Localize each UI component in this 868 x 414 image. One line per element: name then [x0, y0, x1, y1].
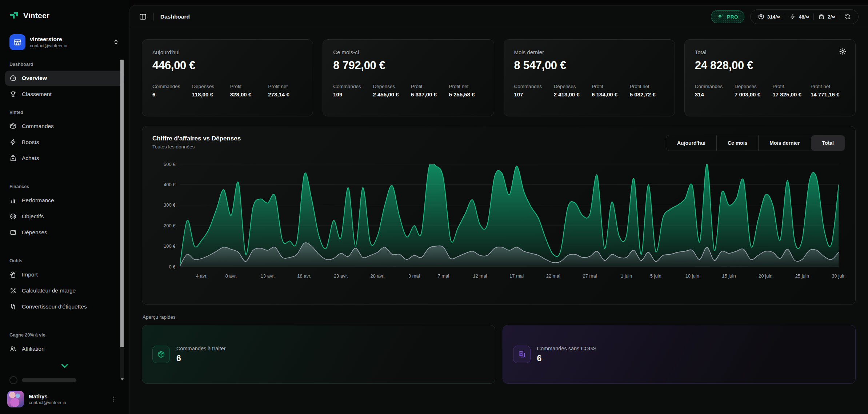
svg-text:12 mai: 12 mai	[473, 273, 487, 279]
sidebar: Vinteer vinteerstore contact@vinteer.io …	[0, 0, 129, 414]
sidebar-item-depenses[interactable]: Dépenses	[5, 225, 124, 240]
bar-chart-icon	[9, 197, 17, 204]
nav-section-outils: Outils	[9, 258, 120, 263]
sidebar-item-calculateur-de-marge[interactable]: Calculateur de marge	[5, 283, 124, 298]
tab-aujourdhui[interactable]: Aujourd'hui	[666, 135, 716, 151]
box-icon	[758, 13, 764, 20]
chart-range-tabs: Aujourd'hui Ce mois Mois dernier Total	[666, 135, 845, 151]
stat-col: Dépenses2 455,00 €	[373, 84, 411, 97]
target-icon	[9, 213, 17, 220]
sidebar-item-performance[interactable]: Performance	[5, 193, 124, 208]
sidebar-item-overview[interactable]: Overview	[5, 71, 124, 86]
svg-text:8 avr.: 8 avr.	[225, 273, 237, 279]
svg-text:30 juin: 30 juin	[832, 273, 845, 279]
stat-col: Dépenses7 003,00 €	[735, 84, 773, 97]
svg-text:23 avr.: 23 avr.	[334, 273, 348, 279]
users-icon	[9, 345, 17, 353]
usage-counters: 314/∞ 48/∞ 2/∞	[750, 9, 859, 24]
nav-section-dashboard: Dashboard	[9, 62, 120, 67]
stat-col: Profit6 337,00 €	[411, 84, 449, 97]
refresh-button[interactable]	[840, 13, 855, 20]
stat-col: Commandes314	[695, 84, 735, 97]
tab-total[interactable]: Total	[811, 135, 845, 151]
quick-card-label: Commandes sans COGS	[537, 346, 597, 351]
sidebar-item-label: Commandes	[22, 123, 54, 130]
stat-col: Commandes109	[333, 84, 373, 97]
stat-card-this-month: Ce mois-ci 8 792,00 € Commandes109 Dépen…	[323, 39, 494, 116]
sidebar-item-boosts[interactable]: Boosts	[5, 135, 124, 150]
sparkles-icon	[717, 13, 724, 20]
bag-icon	[818, 13, 825, 20]
box-icon-tile	[152, 346, 170, 363]
box-icon	[157, 350, 165, 358]
bolt-icon	[9, 139, 17, 146]
orders-without-cogs-card[interactable]: Commandes sans COGS 6	[503, 325, 856, 384]
svg-text:300 €: 300 €	[164, 202, 176, 208]
sidebar-item-label: Import	[22, 271, 38, 278]
area-chart[interactable]: 0 €100 €200 €300 €400 €500 €4 avr.8 avr.…	[152, 159, 845, 283]
stat-col: Profit net14 771,16 €	[811, 84, 845, 97]
card-period: Total	[695, 49, 845, 55]
sidebar-item-label: Convertisseur d'étiquettes	[22, 303, 87, 310]
sidebar-item-commandes[interactable]: Commandes	[5, 119, 124, 134]
sidebar-item-convertisseur-etiquettes[interactable]: Convertisseur d'étiquettes	[5, 299, 124, 314]
import-icon	[9, 271, 17, 278]
sidebar-scroll-more[interactable]	[0, 361, 129, 370]
sidebar-toggle-icon[interactable]	[139, 13, 147, 21]
sidebar-item-import[interactable]: Import	[5, 267, 124, 282]
store-avatar	[9, 34, 25, 50]
store-email: contact@vinteer.io	[30, 43, 108, 48]
sidebar-scrollbar-arrow[interactable]	[121, 378, 124, 381]
svg-text:100 €: 100 €	[164, 243, 176, 249]
quick-cards-row: Commandes à traiter 6 Commandes sans COG…	[142, 325, 856, 384]
stat-card-today: Aujourd'hui 446,00 € Commandes6 Dépenses…	[142, 39, 313, 116]
svg-text:17 mai: 17 mai	[509, 273, 524, 279]
sidebar-item-achats[interactable]: Achats	[5, 151, 124, 166]
sidebar-scrollbar-thumb[interactable]	[120, 60, 124, 347]
user-avatar	[7, 391, 24, 407]
unfold-icon[interactable]	[112, 39, 120, 46]
svg-text:22 mai: 22 mai	[546, 273, 560, 279]
card-period: Aujourd'hui	[152, 49, 303, 55]
card-period: Mois dernier	[514, 49, 664, 55]
pro-badge[interactable]: PRO	[711, 10, 744, 23]
store-account-switcher[interactable]: vinteerstore contact@vinteer.io	[5, 31, 124, 54]
orders-to-process-card[interactable]: Commandes à traiter 6	[142, 325, 495, 384]
kebab-menu-icon[interactable]	[110, 395, 117, 403]
card-period: Ce mois-ci	[333, 49, 483, 55]
store-name: vinteerstore	[30, 36, 108, 43]
brand-name: Vinteer	[23, 11, 49, 20]
sidebar-item-label: Boosts	[22, 139, 39, 146]
revenue-chart-card: Chiffre d'affaires vs Dépenses Toutes le…	[142, 126, 856, 305]
bolt-icon	[789, 13, 796, 20]
user-footer[interactable]: Mathys contact@vinteer.io	[0, 386, 124, 414]
app-window: Vinteer vinteerstore contact@vinteer.io …	[0, 0, 868, 414]
tab-mois-dernier[interactable]: Mois dernier	[758, 135, 811, 151]
topbar: Dashboard PRO 314/∞ 48/∞	[129, 5, 868, 28]
stat-col: Profit6 134,00 €	[592, 84, 630, 97]
box-icon	[9, 123, 17, 130]
svg-text:500 €: 500 €	[164, 162, 176, 167]
chart-title: Chiffre d'affaires vs Dépenses	[152, 135, 241, 142]
quick-card-value: 6	[537, 354, 597, 363]
tab-ce-mois[interactable]: Ce mois	[716, 135, 758, 151]
user-email: contact@vinteer.io	[29, 400, 105, 405]
orders-usage: 314/∞	[753, 13, 785, 20]
refresh-icon	[844, 13, 851, 20]
stat-col: Commandes6	[152, 84, 192, 97]
svg-text:28 avr.: 28 avr.	[371, 273, 385, 279]
chart-subtitle: Toutes les données	[152, 144, 241, 150]
sidebar-item-objectifs[interactable]: Objectifs	[5, 209, 124, 224]
svg-text:25 juin: 25 juin	[795, 273, 809, 279]
vinteer-logo-icon	[9, 11, 19, 20]
svg-text:1 juin: 1 juin	[621, 273, 632, 279]
sidebar-item-affiliation[interactable]: Affiliation	[5, 341, 124, 357]
stat-col: Dépenses118,00 €	[192, 84, 230, 97]
svg-text:20 juin: 20 juin	[759, 273, 772, 279]
sidebar-item-classement[interactable]: Classement	[5, 87, 124, 102]
gear-icon[interactable]	[839, 48, 847, 57]
brand-logo: Vinteer	[0, 0, 129, 24]
boosts-usage-value: 48/∞	[799, 14, 809, 20]
faded-nav-item	[9, 376, 120, 384]
sidebar-item-label: Affiliation	[22, 346, 45, 352]
